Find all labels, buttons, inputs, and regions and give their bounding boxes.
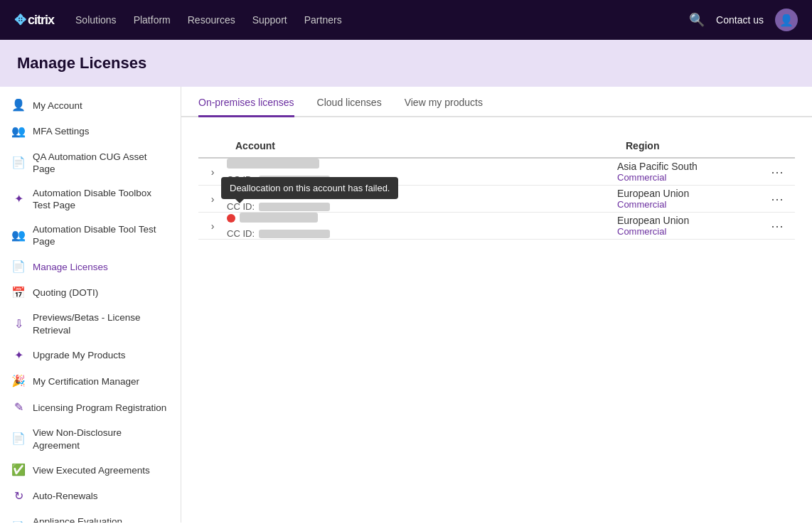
sidebar-item-qa-automation[interactable]: 📄 QA Automation CUG Asset Page — [0, 145, 181, 181]
contact-us-button[interactable]: Contact us — [716, 14, 764, 26]
actions-col-header — [759, 134, 795, 158]
sidebar-label: My Account — [33, 100, 169, 112]
nav-links: Solutions Platform Resources Support Par… — [75, 9, 689, 31]
sidebar-item-previews-betas[interactable]: ⇩ Previews/Betas - License Retrieval — [0, 306, 181, 342]
edit-icon: ✎ — [11, 400, 26, 415]
nav-solutions[interactable]: Solutions — [75, 9, 117, 31]
calendar-icon: 📅 — [11, 286, 26, 301]
page-header: Manage Licenses — [0, 40, 812, 87]
page-title: Manage Licenses — [17, 54, 795, 73]
logo[interactable]: ✥ citrix — [14, 11, 54, 28]
sidebar-item-automation-disable-tool[interactable]: 👥 Automation Disable Tool Test Page — [0, 218, 181, 254]
doc-icon: 📄 — [11, 520, 26, 523]
account-cell-error: Deallocation on this account has failed.… — [227, 213, 617, 240]
star-icon: ✦ — [11, 348, 26, 363]
sidebar-item-automation-disable-toolbox[interactable]: ✦ Automation Disable Toolbox Test Page — [0, 181, 181, 218]
sidebar-label: QA Automation CUG Asset Page — [33, 151, 169, 176]
account-name-blur — [227, 159, 319, 169]
region-col-header: Region — [617, 134, 759, 158]
nav-partners[interactable]: Partners — [304, 9, 342, 31]
cc-id-value-blur — [259, 203, 330, 211]
sidebar-label: View Non-Disclosure Agreement — [33, 427, 169, 451]
nav-support[interactable]: Support — [252, 9, 287, 31]
region-type: Commercial — [617, 172, 759, 183]
accounts-table: Account Region › CC ID: — [198, 134, 795, 240]
main-layout: 👤 My Account 👥 MFA Settings 📄 QA Automat… — [0, 87, 812, 523]
table-row: › CC ID: European Union — [198, 186, 795, 213]
sidebar-item-auto-renewals[interactable]: ↻ Auto-Renewals — [0, 483, 181, 510]
row-actions-button[interactable]: ⋯ — [771, 192, 784, 206]
tab-view-my-products[interactable]: View my products — [405, 87, 483, 117]
refresh-icon: ↻ — [11, 489, 26, 504]
sidebar-label: Automation Disable Toolbox Test Page — [33, 187, 169, 212]
sidebar-label: Manage Licenses — [33, 261, 169, 274]
table-row-error: › Deallocation on this account has faile… — [198, 213, 795, 240]
cc-id-value-blur — [259, 176, 330, 184]
person-icon: 👤 — [11, 98, 26, 113]
content-area: On-premises licenses Cloud licenses View… — [181, 87, 812, 523]
cc-id-label: CC ID: — [227, 228, 255, 239]
sidebar-item-my-account[interactable]: 👤 My Account — [0, 92, 181, 119]
sidebar-item-quoting[interactable]: 📅 Quoting (DOTI) — [0, 280, 181, 306]
cc-id-value-blur — [259, 230, 330, 238]
nav-right: 🔍 Contact us 👤 — [689, 9, 798, 31]
nav-platform[interactable]: Platform — [134, 9, 171, 31]
account-name-blur — [240, 213, 318, 223]
sidebar-item-licensing-program[interactable]: ✎ Licensing Program Registration — [0, 395, 181, 421]
sidebar-label: Previews/Betas - License Retrieval — [33, 311, 169, 336]
sidebar-item-certification-manager[interactable]: 🎉 My Certification Manager — [0, 368, 181, 395]
doc-list-icon: 📄 — [11, 260, 26, 274]
person-outline-icon: 👥 — [11, 124, 26, 139]
download-icon: ⇩ — [11, 317, 26, 332]
region-name: European Union — [617, 215, 759, 226]
row-expander[interactable]: › — [198, 186, 227, 213]
sidebar-label: Quoting (DOTI) — [33, 287, 169, 299]
star-icon: ✦ — [11, 192, 26, 207]
sidebar-item-view-nda[interactable]: 📄 View Non-Disclosure Agreement — [0, 421, 181, 457]
nav-resources[interactable]: Resources — [188, 9, 235, 31]
table-row: › CC ID: Asia Pacific South — [198, 158, 795, 186]
person-outline-icon: 👥 — [11, 228, 26, 243]
doc-icon: 📄 — [11, 432, 26, 447]
sidebar-item-upgrade-products[interactable]: ✦ Upgrade My Products — [0, 343, 181, 369]
region-name: European Union — [617, 188, 759, 199]
error-indicator: Deallocation on this account has failed. — [227, 213, 617, 225]
sidebar-item-manage-licenses[interactable]: 📄 Manage Licenses — [0, 254, 181, 280]
region-cell: European Union Commercial — [617, 213, 759, 240]
search-button[interactable]: 🔍 — [689, 12, 705, 28]
sidebar-label: Auto-Renewals — [33, 490, 169, 503]
account-cell: CC ID: — [227, 158, 617, 186]
expander-col-header — [198, 134, 227, 158]
row-expander[interactable]: › — [198, 158, 227, 186]
user-avatar[interactable]: 👤 — [775, 9, 798, 31]
actions-cell: ⋯ — [759, 158, 795, 186]
tab-cloud-licenses[interactable]: Cloud licenses — [317, 87, 382, 117]
account-cell: CC ID: — [227, 186, 617, 213]
actions-cell: ⋯ — [759, 186, 795, 213]
tab-on-premises[interactable]: On-premises licenses — [198, 87, 294, 117]
sidebar-label: Upgrade My Products — [33, 349, 169, 362]
cc-id-label: CC ID: — [227, 174, 255, 185]
badge-icon: 🎉 — [11, 374, 26, 389]
tabs-bar: On-premises licenses Cloud licenses View… — [181, 87, 812, 117]
region-type: Commercial — [617, 199, 759, 210]
row-expander[interactable]: › — [198, 213, 227, 240]
sidebar-item-view-executed-agreements[interactable]: ✅ View Executed Agreements — [0, 457, 181, 483]
region-name: Asia Pacific South — [617, 161, 759, 172]
row-actions-button[interactable]: ⋯ — [771, 219, 784, 233]
account-name-blur — [227, 186, 298, 196]
region-cell: Asia Pacific South Commercial — [617, 158, 759, 186]
sidebar-label: My Certification Manager — [33, 375, 169, 388]
sidebar-label: MFA Settings — [33, 125, 169, 138]
account-col-header: Account — [227, 134, 617, 158]
doc-check-icon: ✅ — [11, 463, 26, 478]
region-type: Commercial — [617, 226, 759, 237]
region-cell: European Union Commercial — [617, 186, 759, 213]
sidebar: 👤 My Account 👥 MFA Settings 📄 QA Automat… — [0, 87, 181, 523]
row-actions-button[interactable]: ⋯ — [771, 165, 784, 179]
sidebar-item-appliance-evaluation[interactable]: 📄 Appliance Evaluation Agreement (AEA) — [0, 510, 181, 523]
sidebar-item-mfa-settings[interactable]: 👥 MFA Settings — [0, 119, 181, 145]
sidebar-label: Automation Disable Tool Test Page — [33, 223, 169, 248]
top-navigation: ✥ citrix Solutions Platform Resources Su… — [0, 0, 812, 40]
doc-icon: 📄 — [11, 156, 26, 171]
